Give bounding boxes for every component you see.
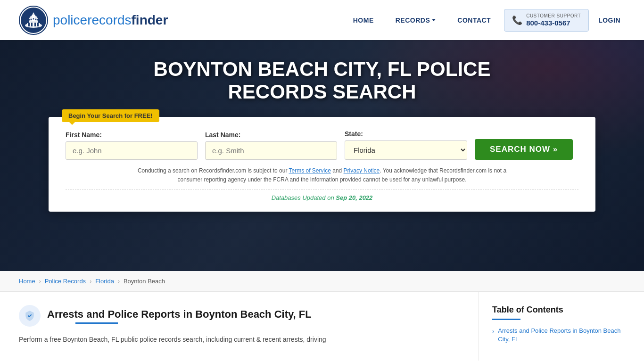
breadcrumb-police-records[interactable]: Police Records [45, 278, 86, 285]
breadcrumb-current: Boynton Beach [124, 278, 165, 285]
main-nav: HOME RECORDS CONTACT 📞 CUSTOMER SUPPORT … [345, 9, 625, 32]
support-text: CUSTOMER SUPPORT 800-433-0567 [526, 13, 581, 27]
svg-point-15 [35, 18, 37, 20]
page-title: BOYNTON BEACH CITY, FL POLICE RECORDS SE… [110, 58, 534, 104]
support-button[interactable]: 📞 CUSTOMER SUPPORT 800-433-0567 [504, 9, 589, 32]
nav-home[interactable]: HOME [345, 16, 382, 24]
article-title-block: Arrests and Police Reports in Boynton Be… [47, 308, 312, 324]
logo-icon [19, 6, 48, 35]
breadcrumb-florida[interactable]: Florida [95, 278, 114, 285]
first-name-label: First Name: [66, 131, 198, 139]
state-group: State: Florida Alabama Alaska Arizona Ca… [345, 130, 467, 160]
hero-section: BOYNTON BEACH CITY, FL POLICE RECORDS SE… [0, 40, 644, 271]
terms-link[interactable]: Terms of Service [289, 167, 331, 174]
svg-rect-6 [28, 23, 30, 26]
toc-link[interactable]: Arrests and Police Reports in Boynton Be… [498, 327, 625, 344]
nav-records[interactable]: RECORDS [387, 16, 445, 24]
svg-rect-7 [31, 23, 33, 26]
records-chevron-icon [432, 19, 436, 21]
toc-list: ›Arrests and Police Reports in Boynton B… [492, 327, 625, 344]
logo-text-light: policerecords [53, 13, 132, 27]
shield-icon [24, 310, 35, 321]
toc-title: Table of Contents [492, 305, 625, 315]
toc-sidebar: Table of Contents ›Arrests and Police Re… [479, 292, 625, 361]
search-fields: First Name: Last Name: State: Florida Al… [66, 130, 578, 160]
article-header: Arrests and Police Reports in Boynton Be… [19, 305, 464, 327]
svg-rect-9 [37, 23, 39, 26]
breadcrumb-sep-3: › [118, 278, 120, 285]
toc-item[interactable]: ›Arrests and Police Reports in Boynton B… [492, 327, 625, 344]
disclaimer-text: Conducting a search on Recordsfinder.com… [133, 166, 511, 184]
search-card: Begin Your Search for FREE! First Name: … [49, 117, 595, 212]
main-content: Arrests and Police Reports in Boynton Be… [0, 292, 644, 361]
last-name-group: Last Name: [205, 131, 337, 160]
state-label: State: [345, 130, 467, 138]
nav-login[interactable]: LOGIN [594, 16, 625, 24]
shield-icon-circle [19, 305, 41, 327]
header: policerecordsfinder HOME RECORDS CONTACT… [0, 0, 644, 40]
toc-chevron-icon: › [492, 328, 494, 335]
toc-divider [492, 319, 520, 320]
svg-point-14 [33, 18, 34, 19]
article-body: Perform a free Boynton Beach, FL public … [19, 334, 464, 346]
search-button[interactable]: SEARCH NOW » [475, 139, 573, 160]
breadcrumb-sep-1: › [39, 278, 41, 285]
phone-icon: 📞 [512, 15, 522, 25]
support-label: CUSTOMER SUPPORT [526, 13, 581, 19]
breadcrumb-sep-2: › [90, 278, 91, 285]
breadcrumb: Home › Police Records › Florida › Boynto… [0, 271, 644, 292]
article-title: Arrests and Police Reports in Boynton Be… [47, 308, 312, 321]
article-section: Arrests and Police Reports in Boynton Be… [19, 292, 479, 361]
svg-rect-8 [34, 23, 36, 26]
logo-text-bold: finder [132, 13, 168, 27]
logo-area: policerecordsfinder [19, 6, 168, 35]
first-name-group: First Name: [66, 131, 198, 160]
last-name-input[interactable] [205, 141, 337, 160]
svg-point-13 [31, 18, 32, 20]
state-select[interactable]: Florida Alabama Alaska Arizona Californi… [345, 140, 467, 160]
db-update: Databases Updated on Sep 20, 2022 [66, 189, 578, 201]
svg-point-12 [29, 19, 30, 20]
article-title-underline [75, 322, 118, 324]
privacy-link[interactable]: Privacy Notice [344, 167, 380, 174]
support-phone: 800-433-0567 [526, 19, 581, 27]
nav-contact[interactable]: CONTACT [449, 16, 499, 24]
last-name-label: Last Name: [205, 131, 337, 139]
svg-point-16 [37, 19, 39, 20]
breadcrumb-home[interactable]: Home [19, 278, 35, 285]
logo-text[interactable]: policerecordsfinder [53, 13, 168, 28]
first-name-input[interactable] [66, 141, 198, 160]
free-badge: Begin Your Search for FREE! [62, 109, 159, 122]
